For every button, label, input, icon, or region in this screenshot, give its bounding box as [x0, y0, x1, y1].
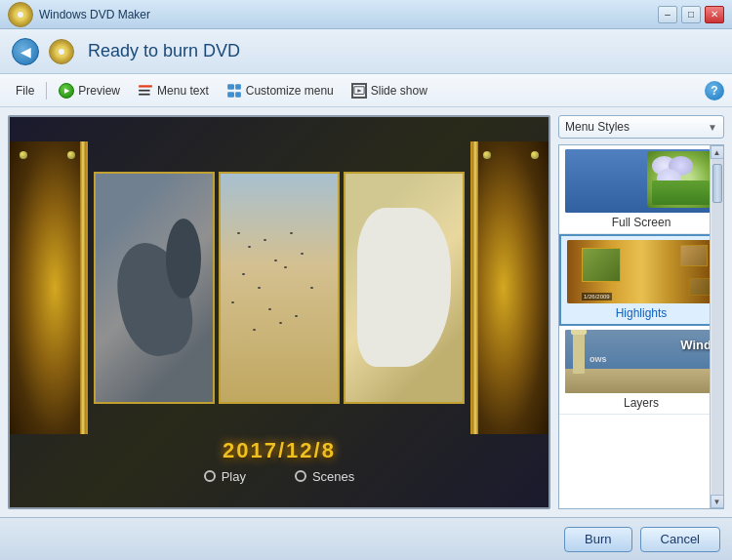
- preview-label: Preview: [78, 84, 120, 98]
- play-label: Play: [222, 469, 246, 484]
- tower-roof: [571, 330, 587, 335]
- style-item-layers[interactable]: Wind ows Layers: [559, 326, 723, 415]
- svg-marker-8: [357, 89, 361, 92]
- app-icon: [8, 2, 33, 27]
- play-radio: [204, 470, 216, 482]
- dot: [242, 273, 245, 275]
- app-window: ◀ Ready to burn DVD File Preview Menu te…: [0, 29, 732, 560]
- maximize-button[interactable]: □: [681, 6, 701, 23]
- right-panel: Menu Styles ▼: [558, 115, 724, 509]
- ground: [565, 369, 717, 393]
- close-bird-shape: [357, 208, 451, 368]
- menu-text-button[interactable]: Menu text: [130, 80, 217, 101]
- dot: [237, 232, 240, 234]
- title-bar: Windows DVD Maker – □ ✕: [0, 0, 732, 29]
- help-button[interactable]: ?: [705, 81, 724, 100]
- date-stamp: 1/26/2009: [582, 293, 612, 300]
- dvd-hole: [18, 12, 23, 18]
- dropdown-label: Menu Styles: [565, 120, 630, 134]
- dot: [268, 308, 271, 310]
- small-photo: [689, 278, 711, 296]
- photo-frame-3: [344, 172, 465, 404]
- layers-label: Layers: [565, 396, 717, 410]
- burn-button[interactable]: Burn: [564, 527, 631, 552]
- dot: [231, 301, 234, 303]
- svg-rect-2: [139, 93, 149, 95]
- bottom-bar: Burn Cancel: [0, 517, 732, 560]
- file-menu[interactable]: File: [8, 81, 42, 100]
- layers-preview: Wind ows: [565, 330, 717, 393]
- date-display: 2017/12/8: [223, 438, 336, 463]
- layers-thumbnail: Wind ows: [565, 330, 717, 393]
- photo-frame-2: [219, 172, 340, 404]
- menu-text-label: Menu text: [157, 84, 209, 98]
- photo-frame-1: [94, 172, 215, 404]
- header-bar: ◀ Ready to burn DVD: [0, 29, 732, 74]
- photo-bird: [96, 174, 213, 402]
- close-button[interactable]: ✕: [705, 6, 724, 23]
- scenes-button: Scenes: [295, 469, 354, 484]
- menu-text-icon: [138, 83, 153, 99]
- fullscreen-preview: [565, 149, 717, 213]
- dot: [258, 287, 261, 289]
- layers-text-w: Wind: [680, 338, 712, 352]
- tower-body: [573, 333, 585, 374]
- title-bar-left: Windows DVD Maker: [8, 2, 150, 27]
- reel-container: [10, 141, 549, 434]
- dot: [248, 246, 251, 248]
- scenes-label: Scenes: [312, 469, 354, 484]
- highlights-label: Highlights: [567, 306, 715, 320]
- svg-rect-4: [235, 84, 241, 90]
- menu-styles-dropdown[interactable]: Menu Styles ▼: [558, 115, 724, 139]
- svg-rect-5: [227, 92, 234, 98]
- fullscreen-label: Full Screen: [565, 216, 717, 229]
- photo-flock: [221, 174, 338, 402]
- preview-button[interactable]: Preview: [51, 80, 128, 101]
- leaves: [652, 180, 711, 205]
- style-item-fullscreen[interactable]: Full Screen: [559, 145, 723, 234]
- scroll-up-button[interactable]: ▲: [711, 145, 724, 159]
- dot: [301, 253, 304, 255]
- dot: [310, 287, 313, 289]
- svg-rect-6: [235, 92, 241, 98]
- scenes-radio: [295, 470, 306, 482]
- dot: [295, 315, 298, 317]
- customize-menu-label: Customize menu: [246, 84, 334, 98]
- dot: [253, 329, 256, 331]
- chevron-down-icon: ▼: [708, 122, 717, 133]
- photos-row: [10, 141, 549, 434]
- flower-bg: [647, 151, 715, 208]
- bird-head: [166, 219, 201, 299]
- svg-rect-1: [139, 89, 149, 91]
- dvd-menu-preview: 2017/12/8 Play Scenes: [10, 117, 549, 507]
- dvd-hole-2: [59, 49, 64, 55]
- slide-show-button[interactable]: Slide show: [344, 80, 435, 101]
- dot: [279, 322, 282, 324]
- scroll-thumb[interactable]: [712, 164, 722, 203]
- preview-icon: [59, 83, 74, 99]
- toolbar-sep-1: [46, 82, 47, 100]
- flock-dots: [226, 219, 332, 355]
- photo-close: [346, 174, 463, 402]
- preview-area: 2017/12/8 Play Scenes: [8, 115, 550, 509]
- customize-icon: [226, 83, 242, 99]
- cancel-button[interactable]: Cancel: [640, 527, 720, 552]
- scrollbar: ▲ ▼: [710, 145, 723, 508]
- dot: [274, 260, 277, 261]
- main-content: 2017/12/8 Play Scenes Menu Styles: [0, 107, 732, 517]
- app-title: Windows DVD Maker: [39, 8, 150, 21]
- side-photo: [680, 245, 708, 266]
- dvd-header-icon: [49, 39, 74, 64]
- back-button[interactable]: ◀: [12, 38, 39, 65]
- window-controls: – □ ✕: [658, 6, 724, 23]
- minimize-button[interactable]: –: [658, 6, 677, 23]
- play-button: Play: [204, 469, 246, 484]
- highlights-thumbnail: 1/26/2009: [567, 240, 715, 303]
- slide-show-label: Slide show: [371, 84, 427, 98]
- toolbar: File Preview Menu text: [0, 74, 732, 107]
- customize-menu-button[interactable]: Customize menu: [219, 80, 342, 101]
- scroll-down-button[interactable]: ▼: [711, 495, 724, 508]
- file-label: File: [16, 84, 34, 98]
- page-title: Ready to burn DVD: [88, 41, 240, 61]
- style-item-highlights[interactable]: 1/26/2009 Highlights: [559, 234, 723, 326]
